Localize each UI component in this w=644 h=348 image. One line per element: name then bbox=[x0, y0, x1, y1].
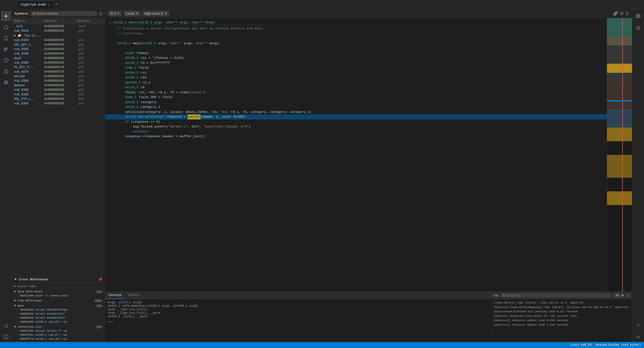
add-tab-button[interactable]: + bbox=[53, 2, 60, 7]
code-line bbox=[105, 36, 607, 41]
xref-header[interactable]: ▼ Cross References 📌 bbox=[12, 276, 105, 283]
console-prompt-line: >>> bbox=[108, 320, 488, 324]
xref-code-header[interactable]: ▼ Code References {46} bbox=[14, 299, 103, 303]
svg-rect-18 bbox=[607, 127, 632, 141]
linear-dropdown[interactable]: Linear ▼ bbox=[124, 11, 140, 16]
sidebar-item-types[interactable] bbox=[1, 44, 11, 54]
right-sidebar-menu[interactable] bbox=[633, 332, 643, 342]
xref-item[interactable]: ← 0000a52b struct Connection* bbox=[14, 312, 103, 316]
xref-item[interactable]: ← 0000f57d int64_t rax_29 = ca bbox=[14, 337, 103, 341]
sidebar-item-analysis[interactable] bbox=[1, 55, 11, 65]
symbols-table: _init 0x000009308 .init sub_9320 0x00000… bbox=[12, 24, 105, 276]
console-line: int64_t safe_memclear(int64_t arg1, uint… bbox=[108, 304, 488, 308]
list-item[interactable]: memset 0x000009390 .plt bbox=[12, 83, 105, 88]
sidebar-item-plugins[interactable] bbox=[1, 77, 11, 88]
tab-console[interactable]: Console bbox=[105, 292, 125, 299]
forward-button[interactable]: → bbox=[9, 2, 17, 7]
svg-point-23 bbox=[502, 294, 504, 296]
linear-chevron-icon: ▼ bbox=[136, 12, 138, 15]
right-sidebar-vars[interactable] bbox=[633, 11, 643, 21]
log-search-input[interactable] bbox=[506, 294, 610, 297]
list-item[interactable]: sub_93b6 0x0000093b6 .plt bbox=[12, 101, 105, 106]
main-layout: Symbols Search symbols ☰ Name ▲ Address … bbox=[0, 9, 644, 342]
log-entry: [TypeLibrary] Type library 'libc_x86_64.… bbox=[494, 301, 629, 305]
code-line: field, rcx, rdx, r8_1, r9 = time(nullptr… bbox=[105, 90, 607, 95]
list-item[interactable]: mktime 0x000009380 .plt bbox=[12, 74, 105, 79]
sidebar-item-console[interactable] bbox=[1, 332, 11, 342]
svg-rect-21 bbox=[622, 18, 623, 292]
address-range: 0xa3a9-0xa3ae (0x5 bytes) bbox=[596, 343, 641, 347]
code-line: int32_t fd = 0xffffffff bbox=[105, 61, 607, 66]
log-menu-button[interactable]: ☰ bbox=[627, 293, 630, 297]
sidebar-item-symbols[interactable] bbox=[1, 11, 11, 21]
tab-lighttpd[interactable]: lighttpd.bndb ✕ bbox=[17, 0, 53, 9]
list-item[interactable]: sub_9336 0x000009336 .plt bbox=[12, 38, 105, 42]
list-item[interactable]: sub_93a6 0x0000093a6 .plt bbox=[12, 92, 105, 97]
svg-rect-13 bbox=[607, 36, 632, 46]
back-button[interactable]: ← bbox=[1, 2, 9, 7]
list-item[interactable]: _init 0x000009308 .init bbox=[12, 24, 105, 29]
svg-rect-20 bbox=[607, 191, 632, 205]
log-entry: [Analysis] Analysis update took 0.836 se… bbox=[494, 318, 629, 323]
log-filter-select[interactable]: All bbox=[613, 293, 625, 298]
xref-item[interactable]: → 0023cdd0 void* (* const callo bbox=[14, 294, 103, 298]
menu-button[interactable]: ☰ bbox=[625, 11, 629, 16]
code-container[interactable]: ↻ int32_t main(int32_t argc, char** argv… bbox=[105, 18, 607, 292]
symbols-menu-button[interactable]: ☰ bbox=[99, 11, 102, 16]
highlevel-dropdown[interactable]: High Level IL ▼ bbox=[142, 11, 169, 16]
list-item[interactable]: sub_9376 0x000009376 .plt bbox=[12, 70, 105, 74]
tab-label: lighttpd.bndb bbox=[20, 3, 46, 7]
list-item[interactable]: sub_9366 0x000009366 .plt bbox=[12, 61, 105, 65]
right-sidebar-layers[interactable] bbox=[633, 23, 643, 33]
log-panel: Log All ☰ [TypeLibrary] Type library 'li… bbox=[491, 292, 632, 342]
svg-point-25 bbox=[637, 324, 639, 325]
sidebar-item-search[interactable] bbox=[1, 321, 11, 331]
sidebar-item-tags[interactable] bbox=[1, 22, 11, 32]
code-line-highlighted: struct ServerConfig* response = calloc(n… bbox=[105, 114, 607, 119]
close-tab-button[interactable]: ✕ bbox=[48, 3, 50, 7]
tab-bar: ← → lighttpd.bndb ✕ + bbox=[0, 0, 644, 9]
xref-pin-button[interactable]: 📌 bbox=[98, 278, 102, 281]
svg-point-10 bbox=[33, 13, 35, 15]
xref-item[interactable]: ← 0000a3a9 struct ServerConfig bbox=[14, 308, 103, 312]
xref-filter[interactable]: ▼ Filter (48) bbox=[14, 284, 103, 289]
code-line: int32_t category bbox=[105, 100, 607, 105]
icon-sidebar bbox=[0, 9, 12, 342]
code-line: void* fsbase bbox=[105, 51, 607, 56]
search-symbols-button[interactable]: Search symbols bbox=[30, 11, 97, 16]
toolbar-icons: 🔗 ⊞ ☰ bbox=[613, 11, 629, 16]
list-item[interactable]: dup2 0x000009360 .plt bbox=[12, 56, 105, 61]
list-item[interactable]: sub_9386 0x000009386 .plt bbox=[12, 79, 105, 83]
list-item[interactable]: SSL_CTX_s... 0x000009360 .plt bbox=[12, 97, 105, 101]
console-line: void __libc_csu_fini() __pure bbox=[108, 311, 488, 315]
code-line: log_failed_assert("server.c", 0xcf, "ass… bbox=[105, 124, 607, 129]
list-item[interactable]: sub_9346 0x000009346 .plt bbox=[12, 47, 105, 52]
right-sidebar-bottom[interactable] bbox=[633, 320, 643, 330]
xref-data-header[interactable]: ▼ Data References {1} bbox=[14, 290, 103, 294]
split-view-button[interactable]: ⊞ bbox=[620, 11, 623, 16]
tab-python[interactable]: Python bbox=[125, 292, 143, 299]
list-item[interactable]: EC_KEY_fr... 0x000009370 .plt bbox=[12, 65, 105, 70]
sidebar-item-snippets[interactable] bbox=[1, 66, 11, 76]
sync-indicator: ↻ int32_t main(int32_t argc, char** argv… bbox=[105, 20, 607, 25]
xref-item[interactable]: ← 0000a56b int64_t rax_25 = ca bbox=[14, 320, 103, 324]
code-line: response->response_header = buffer_init(… bbox=[105, 134, 607, 139]
xref-item[interactable]: ← 0000a54b struct Connection* bbox=[14, 316, 103, 320]
list-item[interactable]: sub_9320 0x000009320 .plt bbox=[12, 29, 105, 33]
list-item-folder[interactable]: ▶ 📁 Tcp-st... bbox=[12, 33, 105, 38]
xref-item[interactable]: ← 0000f3d3 struct struct_7* ra bbox=[14, 329, 103, 333]
log-search[interactable] bbox=[501, 293, 611, 298]
log-entry: [Default] Restored View State for the cu… bbox=[494, 314, 629, 319]
xref-item[interactable]: ← 0000f55c int64_t rax_27 = ca bbox=[14, 333, 103, 337]
xref-main-header[interactable]: ▼ main {4} bbox=[14, 304, 103, 308]
sidebar-item-bookmarks[interactable] bbox=[1, 33, 11, 43]
list-item[interactable]: SSL_get_s... 0x000009340 .plt bbox=[12, 42, 105, 47]
elf-dropdown[interactable]: ELF ▼ bbox=[108, 11, 122, 16]
list-item[interactable]: sub_9396 0x000009396 .plt bbox=[12, 88, 105, 92]
link-icon-button[interactable]: 🔗 bbox=[613, 11, 618, 16]
code-line: int64_t rcx bbox=[105, 70, 607, 75]
console-line: void __libc_csu_init() bbox=[108, 308, 488, 311]
xref-conn-header[interactable]: ▼ connection_init {3} bbox=[14, 325, 103, 329]
list-item[interactable]: sub_9356 0x000009356 .plt bbox=[12, 52, 105, 56]
code-line: // Initializes a server configuration an… bbox=[105, 26, 607, 31]
